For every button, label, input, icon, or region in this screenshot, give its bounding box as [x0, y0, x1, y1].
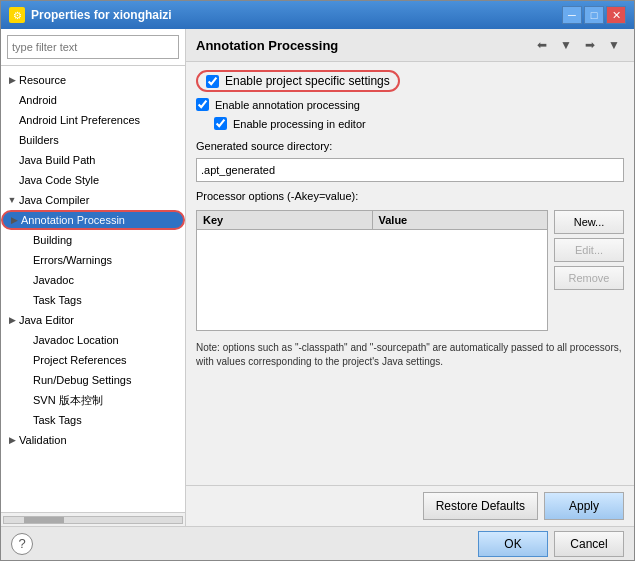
enable-editor-label: Enable processing in editor	[233, 118, 366, 130]
title-controls: ─ □ ✕	[562, 6, 626, 24]
tree-item-javadoc[interactable]: Javadoc	[1, 270, 185, 290]
scrollbar-track[interactable]	[3, 516, 183, 524]
minimize-button[interactable]: ─	[562, 6, 582, 24]
close-button[interactable]: ✕	[606, 6, 626, 24]
enable-specific-checkbox[interactable]	[206, 75, 219, 88]
tree-item-android-lint[interactable]: Android Lint Preferences	[1, 110, 185, 130]
tree-label-run-debug: Run/Debug Settings	[33, 374, 131, 386]
tree-label-task-tags: Task Tags	[33, 294, 82, 306]
tree-label-resource: Resource	[19, 74, 66, 86]
col-key: Key	[197, 211, 373, 229]
window-icon: ⚙	[9, 7, 25, 23]
tree-label-svn: SVN 版本控制	[33, 393, 103, 408]
title-bar-left: ⚙ Properties for xionghaizi	[9, 7, 172, 23]
nav-dropdown2-button[interactable]: ▼	[604, 35, 624, 55]
tree-area: ▶ Resource Android Android Lint Preferen…	[1, 66, 185, 512]
remove-button[interactable]: Remove	[554, 266, 624, 290]
header-icons: ⬅ ▼ ➡ ▼	[532, 35, 624, 55]
restore-defaults-button[interactable]: Restore Defaults	[423, 492, 538, 520]
filter-wrapper	[1, 29, 185, 66]
enable-editor-row: Enable processing in editor	[214, 117, 624, 130]
footer-buttons: OK Cancel	[478, 531, 624, 557]
new-button[interactable]: New...	[554, 210, 624, 234]
expand-icon-java-compiler: ▼	[5, 193, 19, 207]
tree-label-building: Building	[33, 234, 72, 246]
horizontal-scrollbar[interactable]	[1, 512, 185, 526]
cancel-button[interactable]: Cancel	[554, 531, 624, 557]
tree-label-errors-warnings: Errors/Warnings	[33, 254, 112, 266]
tree-item-task-tags[interactable]: Task Tags	[1, 290, 185, 310]
maximize-button[interactable]: □	[584, 6, 604, 24]
tree-item-java-editor[interactable]: ▶ Java Editor	[1, 310, 185, 330]
col-value: Value	[373, 211, 548, 229]
tree-label-annotation-processing: Annotation Processin	[21, 214, 125, 226]
enable-specific-label: Enable project specific settings	[225, 74, 390, 88]
tree-item-builders[interactable]: Builders	[1, 130, 185, 150]
enable-annotation-checkbox[interactable]	[196, 98, 209, 111]
table-body	[197, 230, 547, 330]
scrollbar-thumb[interactable]	[24, 517, 64, 523]
tree-item-java-compiler[interactable]: ▼ Java Compiler	[1, 190, 185, 210]
source-dir-input[interactable]	[196, 158, 624, 182]
tree-item-project-references[interactable]: Project References	[1, 350, 185, 370]
properties-window: ⚙ Properties for xionghaizi ─ □ ✕ ▶ Reso…	[0, 0, 635, 561]
processor-table: Key Value	[196, 210, 548, 331]
footer-bar: ? OK Cancel	[1, 526, 634, 560]
enable-specific-row: Enable project specific settings	[196, 70, 400, 92]
tree-item-run-debug[interactable]: Run/Debug Settings	[1, 370, 185, 390]
expand-icon-validation: ▶	[5, 433, 19, 447]
tree-item-validation[interactable]: ▶ Validation	[1, 430, 185, 450]
apply-button[interactable]: Apply	[544, 492, 624, 520]
tree-item-resource[interactable]: ▶ Resource	[1, 70, 185, 90]
filter-input[interactable]	[7, 35, 179, 59]
expand-icon-annotation: ▶	[7, 213, 21, 227]
table-area: Key Value New... Edit... Remove	[196, 210, 624, 331]
edit-button[interactable]: Edit...	[554, 238, 624, 262]
tree-item-java-code-style[interactable]: Java Code Style	[1, 170, 185, 190]
main-content: ▶ Resource Android Android Lint Preferen…	[1, 29, 634, 526]
tree-item-javadoc-location[interactable]: Javadoc Location	[1, 330, 185, 350]
restore-apply-bar: Restore Defaults Apply	[186, 485, 634, 526]
expand-icon-java-editor: ▶	[5, 313, 19, 327]
window-title: Properties for xionghaizi	[31, 8, 172, 22]
nav-back-button[interactable]: ⬅	[532, 35, 552, 55]
tree-label-project-references: Project References	[33, 354, 127, 366]
table-header: Key Value	[197, 211, 547, 230]
tree-label-android: Android	[19, 94, 57, 106]
tree-label-validation: Validation	[19, 434, 67, 446]
tree-label-javadoc-location: Javadoc Location	[33, 334, 119, 346]
enable-annotation-row: Enable annotation processing	[196, 98, 624, 111]
processor-options-label: Processor options (-Akey=value):	[196, 190, 624, 202]
left-panel: ▶ Resource Android Android Lint Preferen…	[1, 29, 186, 526]
tree-label-builders: Builders	[19, 134, 59, 146]
tree-item-task-tags2[interactable]: Task Tags	[1, 410, 185, 430]
help-button[interactable]: ?	[11, 533, 33, 555]
enable-editor-checkbox[interactable]	[214, 117, 227, 130]
right-header-title: Annotation Processing	[196, 38, 338, 53]
content-area: ▶ Resource Android Android Lint Preferen…	[1, 29, 634, 560]
note-text: Note: options such as "-classpath" and "…	[196, 341, 624, 369]
tree-item-errors-warnings[interactable]: Errors/Warnings	[1, 250, 185, 270]
source-dir-label: Generated source directory:	[196, 140, 624, 152]
expand-icon-resource: ▶	[5, 73, 19, 87]
tree-label-javadoc: Javadoc	[33, 274, 74, 286]
ok-button[interactable]: OK	[478, 531, 548, 557]
tree-label-java-compiler: Java Compiler	[19, 194, 89, 206]
tree-label-task-tags2: Task Tags	[33, 414, 82, 426]
tree-item-android[interactable]: Android	[1, 90, 185, 110]
tree-item-annotation-processing[interactable]: ▶ Annotation Processin	[1, 210, 185, 230]
tree-item-building[interactable]: Building	[1, 230, 185, 250]
table-buttons: New... Edit... Remove	[554, 210, 624, 331]
tree-item-svn[interactable]: SVN 版本控制	[1, 390, 185, 410]
title-bar: ⚙ Properties for xionghaizi ─ □ ✕	[1, 1, 634, 29]
nav-dropdown-button[interactable]: ▼	[556, 35, 576, 55]
enable-annotation-label: Enable annotation processing	[215, 99, 360, 111]
tree-label-java-code-style: Java Code Style	[19, 174, 99, 186]
tree-item-java-build-path[interactable]: Java Build Path	[1, 150, 185, 170]
right-header: Annotation Processing ⬅ ▼ ➡ ▼	[186, 29, 634, 62]
right-body: Enable project specific settings Enable …	[186, 62, 634, 485]
nav-forward-button[interactable]: ➡	[580, 35, 600, 55]
tree-label-android-lint: Android Lint Preferences	[19, 114, 140, 126]
tree-label-java-build-path: Java Build Path	[19, 154, 95, 166]
tree-label-java-editor: Java Editor	[19, 314, 74, 326]
